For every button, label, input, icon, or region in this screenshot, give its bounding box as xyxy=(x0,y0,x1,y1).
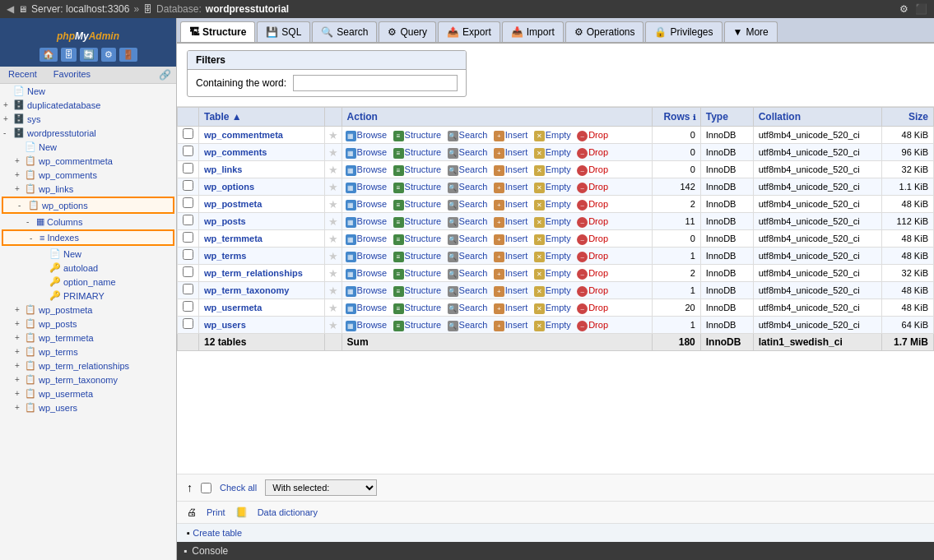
search-link[interactable]: Search xyxy=(459,147,488,157)
insert-link[interactable]: Insert xyxy=(505,199,528,209)
settings2-icon[interactable]: ⚙ xyxy=(101,48,116,62)
structure-link[interactable]: Structure xyxy=(405,182,442,192)
browse-link[interactable]: Browse xyxy=(357,182,388,192)
home-icon[interactable]: 🏠 xyxy=(39,48,58,62)
search-link[interactable]: Search xyxy=(459,216,488,226)
db-home-icon[interactable]: 🗄 xyxy=(61,48,77,62)
insert-link[interactable]: Insert xyxy=(505,285,528,295)
empty-link[interactable]: Empty xyxy=(546,164,571,174)
insert-link[interactable]: Insert xyxy=(505,234,528,243)
drop-link[interactable]: Drop xyxy=(588,216,608,226)
drop-link[interactable]: Drop xyxy=(588,182,608,192)
structure-link[interactable]: Structure xyxy=(405,130,442,140)
row-checkbox[interactable] xyxy=(178,144,199,161)
drop-link[interactable]: Drop xyxy=(588,303,608,312)
row-checkbox[interactable] xyxy=(178,213,199,230)
browse-link[interactable]: Browse xyxy=(357,234,388,243)
browse-link[interactable]: Browse xyxy=(357,164,388,174)
drop-link[interactable]: Drop xyxy=(588,268,608,278)
browse-link[interactable]: Browse xyxy=(357,303,388,312)
search-link[interactable]: Search xyxy=(459,303,488,312)
row-table-name[interactable]: wp_term_relationships xyxy=(199,265,325,282)
search-link[interactable]: Search xyxy=(459,320,488,330)
row-table-name[interactable]: wp_commentmeta xyxy=(199,127,325,144)
row-table-name[interactable]: wp_termmeta xyxy=(199,230,325,248)
empty-link[interactable]: Empty xyxy=(546,303,571,312)
sidebar-item-new-root[interactable]: 📄 New xyxy=(0,84,176,98)
sidebar-item-wp-postmeta[interactable]: + 📋 wp_postmeta xyxy=(0,303,176,317)
insert-link[interactable]: Insert xyxy=(505,216,528,226)
sidebar-item-wp-options[interactable]: - 📋 wp_options xyxy=(2,197,174,214)
browse-link[interactable]: Browse xyxy=(357,130,388,140)
search-link[interactable]: Search xyxy=(459,285,488,295)
insert-link[interactable]: Insert xyxy=(505,182,528,192)
tab-structure[interactable]: 🏗 Structure xyxy=(180,21,255,42)
check-all-checkbox[interactable] xyxy=(201,483,211,493)
search-link[interactable]: Search xyxy=(459,130,488,140)
tab-import[interactable]: 📥 Import xyxy=(502,21,564,42)
browse-link[interactable]: Browse xyxy=(357,285,388,295)
search-link[interactable]: Search xyxy=(459,164,488,174)
empty-link[interactable]: Empty xyxy=(546,268,571,278)
search-link[interactable]: Search xyxy=(459,251,488,261)
empty-link[interactable]: Empty xyxy=(546,147,571,157)
sidebar-item-wordpresstutorial[interactable]: - 🗄️ wordpresstutorial xyxy=(0,126,176,140)
empty-link[interactable]: Empty xyxy=(546,182,571,192)
row-star[interactable]: ★ xyxy=(324,213,342,230)
col-table[interactable]: Table ▲ xyxy=(199,108,325,127)
row-checkbox[interactable] xyxy=(178,127,199,144)
sidebar-item-wp-term-relationships[interactable]: + 📋 wp_term_relationships xyxy=(0,359,176,373)
row-table-name[interactable]: wp_options xyxy=(199,178,325,196)
recent-link[interactable]: Recent xyxy=(0,67,45,83)
row-table-name[interactable]: wp_posts xyxy=(199,213,325,230)
row-star[interactable]: ★ xyxy=(324,196,342,213)
sidebar-item-autoload[interactable]: 🔑 autoload xyxy=(0,261,176,275)
sidebar-item-wp-termmeta[interactable]: + 📋 wp_termmeta xyxy=(0,331,176,345)
console-label[interactable]: Console xyxy=(192,545,228,557)
structure-link[interactable]: Structure xyxy=(405,268,442,278)
create-table-link[interactable]: Create table xyxy=(193,528,242,538)
row-star[interactable]: ★ xyxy=(324,178,342,196)
row-star[interactable]: ★ xyxy=(324,265,342,282)
drop-link[interactable]: Drop xyxy=(588,199,608,209)
row-star[interactable]: ★ xyxy=(324,248,342,265)
drop-link[interactable]: Drop xyxy=(588,234,608,243)
sidebar-item-wp-posts[interactable]: + 📋 wp_posts xyxy=(0,317,176,331)
search-link[interactable]: Search xyxy=(459,268,488,278)
structure-link[interactable]: Structure xyxy=(405,147,442,157)
drop-link[interactable]: Drop xyxy=(588,130,608,140)
row-star[interactable]: ★ xyxy=(324,161,342,178)
sidebar-item-sys[interactable]: + 🗄️ sys xyxy=(0,112,176,126)
row-checkbox[interactable] xyxy=(178,317,199,334)
browse-link[interactable]: Browse xyxy=(357,199,388,209)
empty-link[interactable]: Empty xyxy=(546,320,571,330)
row-table-name[interactable]: wp_comments xyxy=(199,144,325,161)
structure-link[interactable]: Structure xyxy=(405,285,442,295)
insert-link[interactable]: Insert xyxy=(505,268,528,278)
tab-export[interactable]: 📤 Export xyxy=(438,21,500,42)
structure-link[interactable]: Structure xyxy=(405,251,442,261)
col-type[interactable]: Type xyxy=(700,108,753,127)
sidebar-item-wp-usermeta[interactable]: + 📋 wp_usermeta xyxy=(0,386,176,400)
drop-link[interactable]: Drop xyxy=(588,251,608,261)
empty-link[interactable]: Empty xyxy=(546,216,571,226)
row-table-name[interactable]: wp_terms xyxy=(199,248,325,265)
sidebar-item-columns[interactable]: - ▦ Columns xyxy=(0,215,176,229)
drop-link[interactable]: Drop xyxy=(588,285,608,295)
sidebar-item-wp-comments[interactable]: + 📋 wp_comments xyxy=(0,168,176,182)
check-all-label[interactable]: Check all xyxy=(220,483,257,493)
drop-link[interactable]: Drop xyxy=(588,164,608,174)
structure-link[interactable]: Structure xyxy=(405,199,442,209)
structure-link[interactable]: Structure xyxy=(405,234,442,243)
drop-link[interactable]: Drop xyxy=(588,147,608,157)
empty-link[interactable]: Empty xyxy=(546,130,571,140)
row-checkbox[interactable] xyxy=(178,178,199,196)
row-checkbox[interactable] xyxy=(178,230,199,248)
tab-more[interactable]: ▼ More xyxy=(724,21,778,42)
row-star[interactable]: ★ xyxy=(324,144,342,161)
sidebar-item-wpt-new[interactable]: 📄 New xyxy=(0,140,176,154)
sidebar-item-primary[interactable]: 🔑 PRIMARY xyxy=(0,289,176,303)
col-size[interactable]: Size xyxy=(881,108,933,127)
drop-link[interactable]: Drop xyxy=(588,320,608,330)
row-table-name[interactable]: wp_term_taxonomy xyxy=(199,282,325,299)
